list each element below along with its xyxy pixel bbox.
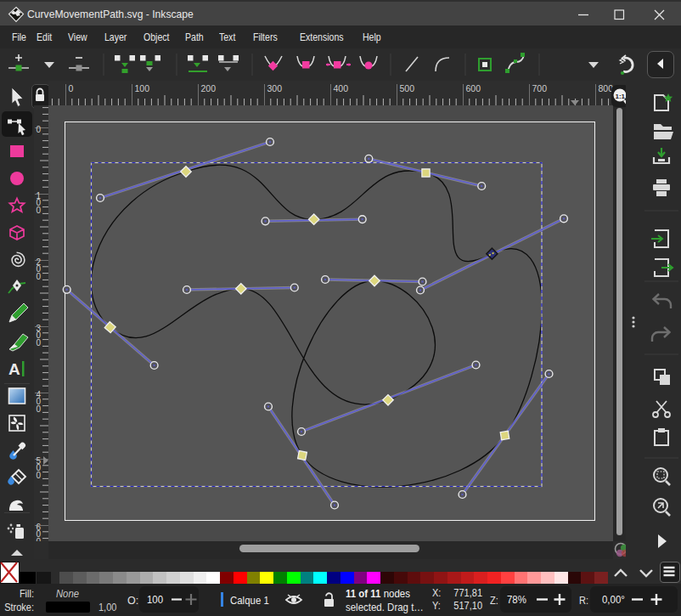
svg-text:700: 700 [532,83,548,93]
svg-text:500: 500 [400,83,415,93]
svg-text:0: 0 [37,206,42,215]
svg-text:400: 400 [334,83,349,93]
svg-text:0: 0 [37,272,42,281]
svg-text:600: 600 [466,83,481,93]
svg-text:0: 0 [37,471,42,480]
svg-text:1:1: 1:1 [616,93,626,100]
svg-text:0: 0 [37,338,42,348]
svg-text:200: 200 [201,83,217,93]
svg-text:300: 300 [267,83,283,93]
svg-text:0: 0 [37,404,42,414]
svg-text:0: 0 [37,125,42,134]
svg-text:A: A [8,360,20,378]
svg-text:100: 100 [135,83,150,93]
svg-text:0: 0 [37,537,42,542]
svg-text:0: 0 [69,83,74,93]
